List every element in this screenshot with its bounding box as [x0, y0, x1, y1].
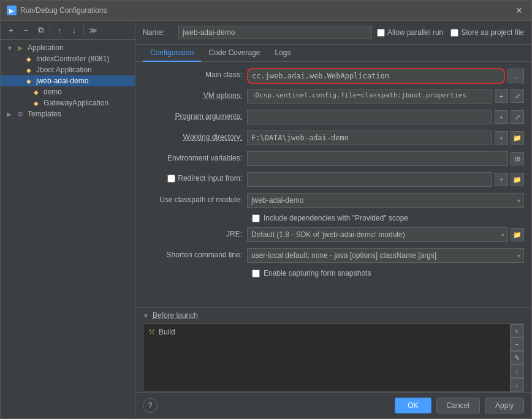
tab-logs[interactable]: Logs	[267, 45, 298, 62]
program-args-external-button[interactable]: ⤢	[511, 110, 524, 124]
tree-item-indexcontroller[interactable]: ◆ IndexController (8081)	[1, 53, 135, 64]
env-vars-control: ⊞	[247, 151, 524, 166]
allow-parallel-label[interactable]: Allow parallel run	[377, 28, 443, 37]
ok-button[interactable]: OK	[395, 398, 431, 413]
vm-options-value[interactable]: -Dcsp.sentinel.config.file=classpath:jbo…	[247, 89, 492, 104]
move-up-button[interactable]: ↑	[53, 23, 66, 37]
left-panel: + − ⧉ ↑ ↓ ≫ ▼ ▶ Application	[1, 21, 135, 418]
redirect-checkbox-label[interactable]: Redirect input from:	[167, 174, 242, 183]
vm-external-button[interactable]: ⤢	[511, 89, 524, 103]
before-launch-down-button[interactable]: ↓	[510, 378, 523, 391]
class-icon-4: ◆	[31, 88, 41, 96]
include-deps-row: Include dependencies with "Provided" sco…	[143, 214, 524, 222]
jre-row: JRE: Default (1.8 - SDK of 'jweb-adai-de…	[143, 227, 524, 243]
enable-snapshots-label[interactable]: Enable capturing form snapshots	[264, 269, 371, 277]
expand-arrow-icon: ▼	[7, 45, 15, 51]
remove-config-button[interactable]: −	[19, 23, 32, 37]
jre-control: Default (1.8 - SDK of 'jweb-adai-demo' m…	[247, 227, 524, 242]
classpath-label: Use classpath of module:	[143, 193, 247, 204]
add-config-button[interactable]: +	[4, 23, 18, 37]
build-icon: ⚒	[148, 328, 155, 336]
classpath-select-wrapper: jweb-adai-demo	[247, 193, 524, 208]
templates-label: Templates	[28, 110, 61, 118]
working-dir-input[interactable]	[247, 130, 492, 145]
tab-code-coverage[interactable]: Code Coverage	[201, 45, 267, 62]
redirect-input[interactable]	[247, 172, 492, 187]
tree-item-jboot[interactable]: ◆ Jboot Application	[1, 64, 135, 75]
name-input[interactable]	[178, 26, 372, 39]
main-class-input[interactable]	[247, 68, 505, 84]
name-label: Name:	[143, 28, 173, 37]
before-launch-header[interactable]: ▼ Before launch	[135, 308, 531, 323]
vm-expand-button[interactable]: +	[495, 89, 508, 103]
working-dir-browse-button[interactable]: 📁	[511, 131, 524, 145]
copy-config-button[interactable]: ⧉	[34, 23, 47, 37]
cancel-button[interactable]: Cancel	[436, 398, 480, 413]
help-button[interactable]: ?	[143, 398, 158, 413]
main-content: + − ⧉ ↑ ↓ ≫ ▼ ▶ Application	[1, 21, 531, 418]
run-debug-dialog: ▶ Run/Debug Configurations ✕ + − ⧉ ↑ ↓ ≫	[0, 0, 532, 419]
enable-snapshots-checkbox[interactable]	[252, 270, 260, 277]
templates-icon: ⚙	[15, 110, 25, 118]
working-dir-expand-button[interactable]: +	[495, 131, 508, 145]
store-project-label[interactable]: Store as project file	[450, 28, 524, 37]
working-dir-label: Working directory:	[143, 130, 247, 142]
tree-group-templates[interactable]: ▶ ⚙ Templates	[1, 108, 135, 119]
jre-select[interactable]: Default (1.8 - SDK of 'jweb-adai-demo' m…	[247, 227, 508, 242]
apply-button[interactable]: Apply	[485, 398, 524, 413]
include-deps-label[interactable]: Include dependencies with "Provided" sco…	[264, 214, 408, 222]
redirect-input-row: Redirect input from: + 📁	[143, 172, 524, 188]
redirect-label-text: Redirect input from:	[178, 174, 242, 183]
before-launch-expand-icon: ▼	[143, 312, 149, 319]
program-args-control: + ⤢	[247, 110, 524, 124]
allow-parallel-checkbox[interactable]	[377, 29, 385, 37]
tree-item-gateway[interactable]: ◆ GatewayApplication	[1, 97, 135, 108]
env-vars-row: Environment variables: ⊞	[143, 151, 524, 167]
before-launch-up-button[interactable]: ↑	[510, 364, 523, 378]
main-class-label: Main class:	[143, 68, 247, 79]
vm-options-control: -Dcsp.sentinel.config.file=classpath:jbo…	[247, 89, 524, 104]
shorten-cmd-select[interactable]: user-local default: none - java [options…	[247, 248, 524, 263]
tree-group-application[interactable]: ▼ ▶ Application	[1, 42, 135, 53]
bottom-bar: ? OK Cancel Apply	[135, 392, 531, 418]
tree-item-demo[interactable]: ◆ demo	[1, 86, 135, 97]
classpath-row: Use classpath of module: jweb-adai-demo	[143, 193, 524, 209]
build-item[interactable]: ⚒ Build	[143, 324, 510, 340]
name-bar: Name: Allow parallel run Store as projec…	[135, 21, 531, 45]
redirect-checkbox[interactable]	[167, 175, 175, 183]
class-icon-1: ◆	[24, 55, 34, 63]
before-launch-edit-button[interactable]: ✎	[510, 351, 523, 364]
jre-browse-button[interactable]: 📁	[511, 228, 524, 241]
before-launch-list: ⚒ Build	[143, 323, 510, 392]
tree-label-jboot: Jboot Application	[36, 66, 92, 74]
title-bar: ▶ Run/Debug Configurations ✕	[1, 1, 531, 21]
class-icon-3: ◆	[24, 77, 34, 85]
templates-arrow-icon: ▶	[7, 111, 15, 118]
application-group-icon: ▶	[15, 43, 25, 52]
right-panel: Name: Allow parallel run Store as projec…	[135, 21, 531, 418]
tree-item-jweb-adai-demo[interactable]: ◆ jweb-adai-demo	[1, 75, 135, 86]
before-launch-remove-button[interactable]: −	[510, 338, 523, 351]
move-down-button[interactable]: ↓	[67, 23, 81, 37]
env-vars-input[interactable]	[247, 151, 508, 166]
env-vars-edit-button[interactable]: ⊞	[511, 152, 524, 165]
redirect-expand-button[interactable]: +	[495, 173, 508, 186]
tree-label-indexcontroller: IndexController (8081)	[36, 55, 109, 63]
config-tree: ▼ ▶ Application ◆ IndexController (8081)	[1, 40, 135, 418]
more-options-button[interactable]: ≫	[86, 23, 100, 37]
jre-select-wrapper: Default (1.8 - SDK of 'jweb-adai-demo' m…	[247, 227, 508, 242]
toolbar-separator-2	[83, 25, 84, 35]
redirect-browse-button[interactable]: 📁	[511, 173, 524, 186]
program-args-expand-button[interactable]: +	[495, 110, 508, 124]
include-deps-checkbox[interactable]	[252, 214, 260, 222]
application-group-label: Application	[28, 43, 64, 52]
before-launch-side-buttons: + − ✎ ↑ ↓	[510, 323, 524, 392]
before-launch-add-button[interactable]: +	[510, 324, 523, 338]
tab-configuration[interactable]: Configuration	[143, 45, 201, 62]
classpath-select[interactable]: jweb-adai-demo	[247, 193, 524, 208]
main-class-browse-button[interactable]: ...	[507, 69, 524, 83]
store-project-checkbox[interactable]	[450, 29, 458, 37]
close-button[interactable]: ✕	[513, 4, 525, 17]
main-class-row: Main class: ...	[143, 68, 524, 84]
program-args-input[interactable]	[247, 110, 492, 124]
